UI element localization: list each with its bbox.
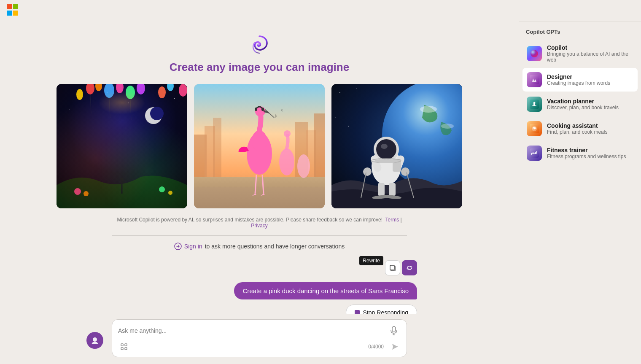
svg-point-44: [168, 191, 172, 195]
svg-point-60: [279, 148, 294, 175]
svg-point-29: [126, 86, 135, 99]
send-icon: [391, 343, 399, 351]
svg-point-22: [69, 109, 69, 109]
chat-input[interactable]: [118, 327, 384, 334]
sidebar-item-designer[interactable]: Designer Creating images from words: [522, 68, 638, 92]
designer-desc: Creating images from words: [547, 80, 610, 86]
image-scan-icon: [120, 343, 128, 351]
cooking-name: Cooking assistant: [547, 122, 607, 129]
designer-name: Designer: [547, 73, 610, 80]
images-row: ♪ ♫: [53, 84, 466, 208]
logo-blue: [7, 11, 12, 16]
fitness-desc: Fitness programs and wellness tips: [547, 154, 626, 159]
microphone-button[interactable]: [387, 324, 401, 337]
svg-point-21: [128, 102, 129, 103]
svg-point-8: [534, 128, 535, 129]
svg-point-95: [374, 159, 398, 163]
logo-green: [13, 4, 18, 9]
svg-point-25: [86, 84, 94, 94]
signin-link[interactable]: Sign in: [184, 243, 202, 250]
cooking-desc: Find, plan, and cook meals: [547, 129, 607, 135]
svg-point-82: [381, 144, 388, 149]
svg-rect-1: [530, 75, 539, 84]
svg-point-61: [284, 130, 291, 137]
image-attach-button[interactable]: [118, 341, 130, 353]
input-row: [118, 324, 401, 337]
send-button[interactable]: [389, 341, 401, 353]
svg-point-62: [297, 154, 310, 178]
copy-button[interactable]: [385, 260, 400, 275]
input-footer: 0/4000: [118, 341, 401, 353]
svg-text:♪: ♪: [274, 112, 277, 119]
svg-point-69: [356, 88, 357, 89]
rewrite-button[interactable]: [402, 260, 417, 275]
hero-icon: [248, 34, 270, 56]
image-card-astronaut: [331, 84, 462, 208]
svg-point-41: [74, 188, 81, 195]
svg-point-99: [93, 337, 97, 342]
svg-point-33: [167, 84, 174, 91]
logo-red: [7, 4, 12, 9]
svg-point-17: [77, 96, 78, 97]
svg-rect-65: [255, 108, 257, 111]
copilot-gpts-label: Copilot GPTs: [519, 22, 641, 38]
svg-point-19: [140, 90, 141, 91]
terms-link[interactable]: Terms: [385, 217, 399, 223]
image-card-lanterns: [57, 84, 187, 208]
sidebar-item-fitness-trainer[interactable]: Fitness trainer Fitness programs and wel…: [522, 141, 638, 165]
avatar-icon: [90, 336, 100, 345]
microphone-icon: [390, 326, 398, 335]
copilot-icon: [527, 46, 542, 61]
svg-point-15: [258, 43, 261, 46]
input-wrapper: 0/4000: [112, 319, 407, 357]
input-box: 0/4000: [112, 319, 407, 357]
cooking-text: Cooking assistant Find, plan, and cook m…: [547, 122, 607, 135]
svg-point-39: [120, 178, 124, 184]
svg-point-34: [179, 84, 187, 97]
signin-arrow-icon: [174, 243, 182, 250]
sidebar: Chats Sign in Copilot GPTs: [519, 0, 641, 364]
topbar: [0, 0, 641, 20]
svg-point-38: [57, 187, 187, 208]
hero-title: Create any image you can imagine: [170, 61, 349, 74]
rewrite-icon: [406, 264, 413, 271]
svg-point-77: [420, 106, 437, 113]
svg-rect-14: [535, 152, 536, 154]
microsoft-logo: [7, 4, 19, 16]
fitness-icon: [527, 146, 542, 161]
gpt-list: Copilot Bringing you a balance of AI and…: [519, 38, 641, 167]
svg-point-30: [76, 89, 83, 100]
svg-point-27: [104, 84, 114, 98]
privacy-link[interactable]: Privacy: [251, 223, 267, 229]
sidebar-item-vacation-planner[interactable]: Vacation planner Discover, plan, and boo…: [522, 92, 638, 116]
vacation-text: Vacation planner Discover, plan, and boo…: [547, 98, 619, 111]
sidebar-item-cooking-assistant[interactable]: Cooking assistant Find, plan, and cook m…: [522, 117, 638, 140]
fitness-name: Fitness trainer: [547, 147, 626, 154]
copilot-text: Copilot Bringing you a balance of AI and…: [547, 44, 633, 63]
designer-icon: [527, 72, 542, 87]
svg-point-26: [95, 84, 102, 91]
svg-point-24: [150, 107, 164, 120]
chat-area: Rewrite: [95, 260, 424, 321]
vacation-desc: Discover, plan, and book travels: [547, 105, 619, 111]
svg-point-81: [376, 139, 396, 159]
svg-point-43: [159, 186, 165, 192]
svg-point-31: [137, 84, 145, 94]
svg-point-85: [363, 167, 372, 176]
vacation-icon: [527, 97, 542, 112]
rewrite-tooltip: Rewrite: [359, 256, 383, 265]
cooking-icon: [527, 121, 542, 136]
svg-point-20: [174, 98, 175, 99]
svg-point-78: [441, 124, 454, 129]
svg-point-86: [401, 167, 409, 176]
svg-rect-100: [392, 326, 396, 332]
fitness-text: Fitness trainer Fitness programs and wel…: [547, 147, 626, 159]
action-buttons-wrapper: Rewrite: [102, 260, 417, 275]
svg-point-28: [116, 84, 124, 93]
action-buttons: Rewrite: [383, 260, 417, 275]
input-footer-right: 0/4000: [368, 341, 401, 353]
vacation-name: Vacation planner: [547, 98, 619, 105]
svg-point-68: [339, 92, 340, 93]
svg-point-73: [348, 126, 349, 127]
sidebar-item-copilot[interactable]: Copilot Bringing you a balance of AI and…: [522, 40, 638, 67]
